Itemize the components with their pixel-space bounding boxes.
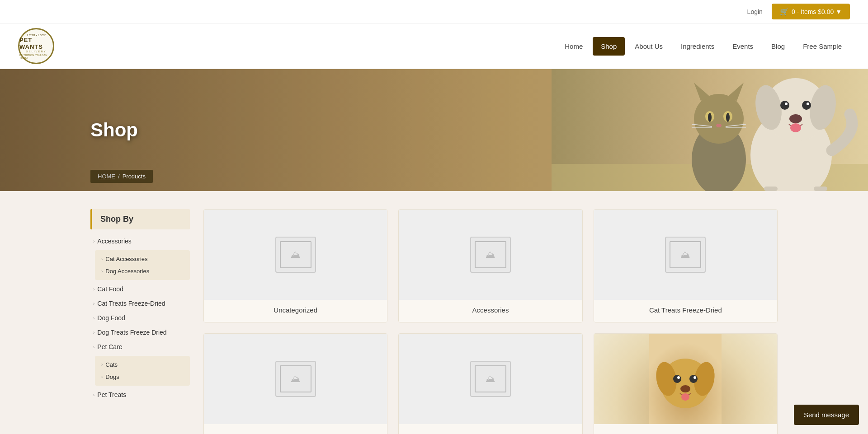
logo: Fresh • Local PET WANTS DELIVERY NUTRITI… [18, 28, 54, 64]
product-card-title: Uncategorized [204, 300, 387, 322]
sidebar-dog-food-label: Dog Food [97, 314, 125, 322]
breadcrumb: HOME / Products [90, 170, 153, 183]
chevron-right-icon: › [101, 257, 103, 261]
svg-point-32 [689, 375, 698, 383]
product-card-title [399, 424, 582, 434]
svg-point-21 [785, 103, 788, 105]
placeholder-image-icon [470, 237, 511, 273]
nav-free-sample[interactable]: Free Sample [795, 37, 850, 56]
breadcrumb-separator: / [118, 173, 120, 180]
svg-point-24 [790, 123, 801, 132]
sidebar-dog-treats-label: Dog Treats Freeze Dried [97, 329, 166, 336]
product-card-title [594, 424, 777, 434]
sidebar-cat-treats-label: Cat Treats Freeze-Dried [97, 300, 165, 307]
svg-point-31 [673, 375, 681, 383]
nav-home[interactable]: Home [557, 37, 591, 56]
nav-blog[interactable]: Blog [763, 37, 793, 56]
product-card-title [204, 424, 387, 434]
product-card-cat-treats[interactable]: Cat Treats Freeze-Dried [594, 209, 778, 322]
product-card-5[interactable] [398, 333, 582, 434]
chevron-right-icon: › [93, 330, 94, 335]
cart-button[interactable]: 🛒 0 - Items $0.00 ▼ [772, 4, 850, 19]
chevron-right-icon: › [101, 374, 103, 379]
sidebar-pet-care-label: Pet Care [97, 343, 122, 350]
product-grid: Uncategorized Accessories Cat Treats Fre… [203, 209, 778, 434]
logo-sub: DELIVERY [26, 50, 47, 53]
hero-banner: Shop HOME / Products [0, 69, 868, 191]
sidebar-subcategory-group-accessories: › Cat Accessories › Dog Accessories [95, 250, 190, 280]
sidebar-item-accessories[interactable]: › Accessories [90, 234, 190, 248]
logo-text-top: Fresh • Local [27, 33, 46, 37]
product-card-image [399, 210, 582, 300]
chevron-right-icon: › [93, 301, 94, 306]
cart-icon: 🛒 [780, 7, 789, 16]
product-card-4[interactable] [203, 333, 387, 434]
placeholder-image-icon [275, 361, 316, 397]
svg-point-20 [802, 101, 811, 110]
nav-shop[interactable]: Shop [593, 37, 625, 56]
sidebar-dogs-label: Dogs [105, 373, 119, 380]
product-area: Uncategorized Accessories Cat Treats Fre… [203, 209, 778, 434]
sidebar-item-dog-accessories[interactable]: › Dog Accessories [95, 265, 190, 277]
product-card-accessories[interactable]: Accessories [398, 209, 582, 322]
product-card-image [594, 334, 777, 424]
placeholder-image-icon [665, 237, 706, 273]
svg-point-9 [726, 113, 730, 122]
product-card-image [204, 210, 387, 300]
nav-ingredients[interactable]: Ingredients [673, 37, 722, 56]
svg-rect-26 [814, 187, 827, 191]
header: Fresh • Local PET WANTS DELIVERY NUTRITI… [0, 23, 868, 69]
logo-tagline: NUTRITION YOU CAN TRUST [19, 54, 53, 59]
sidebar: Shop By › Accessories › Cat Accessories … [90, 209, 190, 434]
nav-about[interactable]: About Us [627, 37, 671, 56]
sidebar-item-dog-food[interactable]: › Dog Food [90, 311, 190, 325]
chevron-right-icon: › [101, 269, 103, 274]
product-card-uncategorized[interactable]: Uncategorized [203, 209, 387, 322]
breadcrumb-current: Products [123, 173, 146, 180]
product-card-title: Accessories [399, 300, 582, 322]
product-card-image [594, 210, 777, 300]
chevron-right-icon: › [101, 362, 103, 367]
svg-point-10 [716, 124, 722, 127]
svg-point-3 [694, 94, 744, 144]
chevron-right-icon: › [93, 392, 94, 397]
svg-point-19 [780, 101, 789, 110]
nav-events[interactable]: Events [724, 37, 761, 56]
sidebar-item-dogs[interactable]: › Dogs [95, 371, 190, 383]
placeholder-image-icon [275, 237, 316, 273]
sidebar-dog-accessories-label: Dog Accessories [105, 268, 149, 275]
product-card-image [399, 334, 582, 424]
breadcrumb-home[interactable]: HOME [98, 173, 115, 180]
hero-title: Shop [0, 119, 138, 141]
svg-point-8 [708, 113, 712, 122]
cart-label: 0 - Items $0.00 ▼ [792, 8, 842, 15]
sidebar-accessories-label: Accessories [97, 238, 131, 245]
hero-animals [552, 69, 868, 191]
svg-point-34 [693, 376, 696, 379]
login-link[interactable]: Login [747, 8, 763, 15]
chevron-right-icon: › [93, 316, 94, 321]
chevron-right-icon: › [93, 345, 94, 350]
placeholder-image-icon [470, 361, 511, 397]
sidebar-item-pet-care[interactable]: › Pet Care [90, 340, 190, 354]
shop-by-title: Shop By [90, 209, 190, 229]
nav-links: Home Shop About Us Ingredients Events Bl… [557, 37, 850, 56]
top-bar: Login 🛒 0 - Items $0.00 ▼ [0, 0, 868, 23]
sidebar-item-cat-treats[interactable]: › Cat Treats Freeze-Dried [90, 296, 190, 311]
logo-area[interactable]: Fresh • Local PET WANTS DELIVERY NUTRITI… [18, 28, 54, 64]
dog-image-svg [649, 334, 722, 424]
product-card-dog[interactable] [594, 333, 778, 434]
sidebar-item-dog-treats[interactable]: › Dog Treats Freeze Dried [90, 325, 190, 340]
product-card-title: Cat Treats Freeze-Dried [594, 300, 777, 322]
sidebar-item-cat-food[interactable]: › Cat Food [90, 282, 190, 296]
sidebar-item-cat-accessories[interactable]: › Cat Accessories [95, 253, 190, 265]
sidebar-cat-food-label: Cat Food [97, 285, 123, 293]
svg-point-22 [807, 103, 809, 105]
sidebar-subcategory-group-pet-care: › Cats › Dogs [95, 356, 190, 386]
chevron-right-icon: › [93, 239, 94, 244]
send-message-button[interactable]: Send message [794, 405, 859, 425]
sidebar-item-cats[interactable]: › Cats [95, 359, 190, 371]
svg-point-23 [789, 114, 802, 123]
sidebar-pet-treats-label: Pet Treats [97, 391, 126, 398]
sidebar-item-pet-treats[interactable]: › Pet Treats [90, 387, 190, 402]
